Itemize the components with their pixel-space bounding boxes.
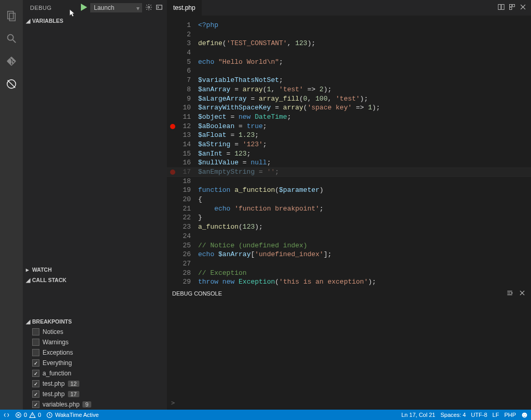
breakpoint-row[interactable]: Notices [23,327,167,337]
svg-line-5 [8,80,16,88]
split-editor-icon[interactable] [497,3,505,12]
editor-tab[interactable]: test.php [167,0,202,16]
breakpoints-section-header[interactable]: ◢ BREAKPOINTS [23,316,167,327]
watch-label: WATCH [32,267,52,273]
status-errors[interactable]: 0 0 [15,412,41,418]
svg-point-29 [523,414,524,414]
svg-line-3 [13,40,16,43]
breakpoint-row[interactable]: a_function [23,368,167,379]
breakpoint-dot[interactable] [170,124,175,129]
breakpoint-label: a_function [43,370,71,377]
status-position[interactable]: Ln 17, Col 21 [401,412,435,418]
breakpoint-row[interactable]: Warnings [23,337,167,347]
more-actions-icon[interactable] [508,3,516,12]
breakpoint-label: Everything [43,359,72,367]
variables-body [23,26,167,264]
checkbox[interactable] [32,349,39,356]
breakpoints-body: NoticesWarningsExceptionsEverythinga_fun… [23,327,167,410]
chevron-down-icon: ◢ [26,277,30,283]
start-debug-button[interactable] [81,4,87,12]
status-bar: 0 0 WakaTime Active Ln 17, Col 21 Spaces… [0,410,531,420]
svg-point-30 [525,414,526,414]
close-icon[interactable] [519,3,527,12]
checkbox[interactable] [32,359,39,367]
debug-console-title: DEBUG CONSOLE [172,290,222,297]
svg-marker-6 [81,4,87,11]
line-number-gutter: 1234567891011121314151617181920212223242… [179,16,198,285]
debug-console-icon[interactable] [156,4,163,12]
status-spaces[interactable]: Spaces: 4 [440,412,466,418]
checkbox[interactable] [32,339,39,346]
variables-label: VARIABLES [32,18,63,24]
status-eol[interactable]: LF [493,412,499,418]
checkbox[interactable] [32,401,39,408]
svg-point-28 [522,412,527,417]
breakpoints-label: BREAKPOINTS [32,318,72,325]
code-content[interactable]: <?phpdefine('TEST_CONSTANT', 123);echo "… [198,16,531,285]
activity-debug[interactable] [0,73,23,95]
breakpoint-label: Exceptions [43,349,73,356]
breakpoint-line-badge: 12 [68,381,79,387]
activity-bar [0,0,23,410]
warning-count: 0 [38,412,41,418]
breakpoint-row[interactable]: variables.php9 [23,399,167,410]
breakpoint-row[interactable]: Exceptions [23,347,167,358]
callstack-section-header[interactable]: ◢ CALL STACK [23,275,167,285]
breakpoint-line-badge: 9 [82,401,91,408]
gear-icon[interactable] [145,4,152,12]
code-editor[interactable]: 1234567891011121314151617181920212223242… [167,16,531,285]
checkbox[interactable] [32,390,39,398]
close-panel-icon[interactable] [519,289,526,298]
status-wakatime[interactable]: WakaTime Active [46,412,99,418]
watch-section-header[interactable]: ▸ WATCH [23,264,167,275]
editor-area: test.php 1234567891011121314151617181920… [167,0,531,410]
chevron-down-icon: ◢ [26,18,30,24]
status-language[interactable]: PHP [504,412,516,418]
breakpoint-label: variables.php [43,401,79,408]
svg-rect-1 [9,13,15,21]
svg-point-7 [148,6,150,8]
debug-sidebar: DEBUG Launch ◢ VARIABLES ▸ WATCH ◢ CALL … [23,0,167,410]
svg-rect-0 [8,11,13,19]
breakpoint-label: test.php [43,380,65,387]
status-feedback-icon[interactable] [521,412,528,418]
chevron-down-icon: ◢ [26,318,30,325]
breakpoint-line-badge: 17 [68,391,79,397]
activity-git[interactable] [0,50,23,73]
svg-rect-11 [510,5,512,7]
breakpoint-row[interactable]: Everything [23,358,167,368]
breakpoint-label: Warnings [43,339,68,346]
breakpoint-gutter[interactable] [167,16,179,285]
error-count: 0 [24,412,27,418]
breakpoint-row[interactable]: test.php17 [23,389,167,399]
breakpoint-row[interactable]: test.php12 [23,379,167,389]
checkbox[interactable] [32,370,39,377]
svg-rect-8 [157,5,162,9]
status-encoding[interactable]: UTF-8 [471,412,487,418]
wakatime-label: WakaTime Active [55,412,99,418]
callstack-label: CALL STACK [32,277,66,283]
svg-rect-13 [510,7,512,9]
callstack-body [23,285,167,316]
svg-rect-12 [512,5,514,7]
sidebar-title: DEBUG [30,5,52,11]
activity-explorer[interactable] [0,4,23,27]
variables-section-header[interactable]: ◢ VARIABLES [23,16,167,26]
activity-search[interactable] [0,27,23,50]
breakpoint-label: Notices [43,328,63,335]
status-remote[interactable] [3,412,10,418]
checkbox[interactable] [32,380,39,387]
svg-rect-10 [501,5,504,10]
svg-rect-9 [498,5,501,10]
launch-config-dropdown[interactable]: Launch [90,3,142,12]
breakpoint-label: test.php [43,390,65,398]
debug-console-input[interactable]: > [167,398,179,410]
tab-bar: test.php [167,0,531,16]
svg-point-2 [8,35,13,40]
clear-console-icon[interactable] [506,289,513,298]
chevron-right-icon: ▸ [26,267,30,273]
checkbox[interactable] [32,328,39,335]
debug-console-panel: DEBUG CONSOLE [167,285,531,410]
